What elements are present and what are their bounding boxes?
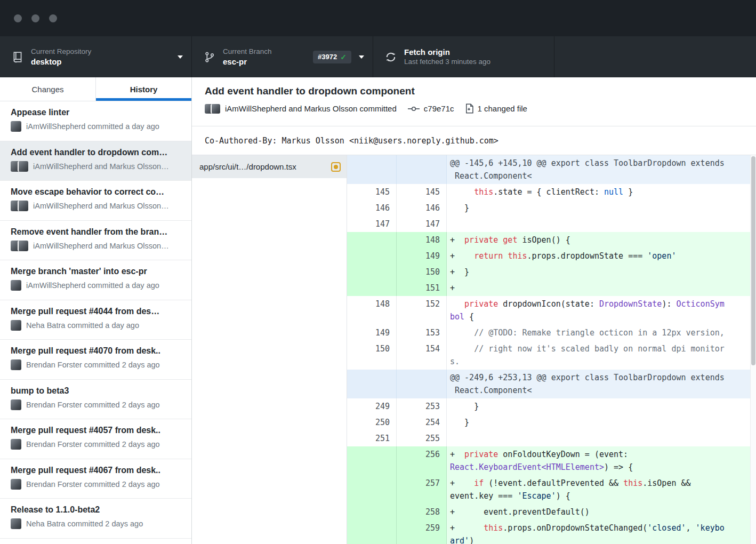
diff-code: this.state = { clientRect: null }: [447, 184, 756, 200]
repository-name: desktop: [31, 57, 91, 67]
old-line-number: [347, 232, 397, 248]
old-line-number: [347, 446, 397, 475]
commit-item-byline: iAmWillShepherd and Markus Olsson…: [11, 241, 184, 251]
commit-item-byline: Brendan Forster committed 2 days ago: [11, 399, 184, 410]
new-line-number: 253: [397, 398, 447, 414]
sidebar-tabs: Changes History: [0, 77, 191, 101]
avatar: [11, 280, 21, 291]
diff-code: + if (!event.defaultPrevented && this.is…: [447, 475, 756, 504]
repository-dropdown-button[interactable]: Current Repository desktop: [0, 36, 192, 77]
new-line-number: [397, 370, 447, 398]
commit-item-byline: Neha Batra committed a day ago: [11, 320, 184, 331]
commit-list-item[interactable]: Merge branch 'master' into esc-priAmWill…: [0, 260, 191, 300]
pull-request-badge: #3972 ✓: [313, 51, 351, 63]
ci-check-icon: ✓: [340, 53, 347, 61]
diff-code: + return this.props.dropdownState === 'o…: [447, 248, 756, 264]
diff-view: @@ -145,6 +145,10 @@ export class Toolba…: [347, 155, 756, 544]
diff-added-line: 259+ this.props.onDropdownStateChanged('…: [347, 520, 756, 544]
commit-item-byline: iAmWillShepherd committed a day ago: [11, 280, 184, 291]
new-line-number: 148: [397, 232, 447, 248]
commit-list-item[interactable]: Appease linteriAmWillShepherd committed …: [0, 101, 191, 141]
changed-file-count: 1 changed file: [478, 104, 527, 113]
fetch-title: Fetch origin: [404, 47, 490, 58]
diff-code: private dropdownIcon(state: DropdownStat…: [447, 296, 756, 325]
commit-list-item[interactable]: Add event handler to dropdown com…iAmWil…: [0, 141, 191, 181]
diff-scrollbar-thumb[interactable]: [751, 156, 755, 365]
commit-item-byline: iAmWillShepherd and Markus Olsson…: [11, 201, 184, 211]
diff-context-line: 150154 // right now it's scaled badly on…: [347, 341, 756, 370]
diff-context-line: 251255: [347, 430, 756, 446]
diff-code: [447, 430, 756, 446]
avatar: [11, 518, 21, 529]
commit-list-item[interactable]: bump to beta3Brendan Forster committed 2…: [0, 380, 191, 420]
commit-list-item[interactable]: Remove event handler from the bran…iAmWi…: [0, 221, 191, 261]
branch-name: esc-pr: [223, 57, 272, 67]
sidebar: Changes History Appease linteriAmWillShe…: [0, 77, 192, 544]
commit-item-byline: Brendan Forster committed 2 days ago: [11, 439, 184, 450]
old-line-number: 250: [347, 414, 397, 430]
new-line-number: 146: [397, 200, 447, 216]
commit-list-item[interactable]: Merge pull request #4070 from desk..Bren…: [0, 340, 191, 380]
tab-history[interactable]: History: [95, 77, 191, 101]
commit-list-item[interactable]: Merge pull request #4044 from des…Neha B…: [0, 300, 191, 340]
tab-changes[interactable]: Changes: [0, 77, 95, 101]
old-line-number: [347, 520, 397, 544]
old-line-number: [347, 370, 397, 398]
new-line-number: 258: [397, 504, 447, 520]
old-line-number: [347, 475, 397, 504]
avatar: [11, 399, 21, 410]
new-line-number: 153: [397, 325, 447, 341]
repo-icon: [12, 51, 23, 63]
avatar: [11, 439, 21, 450]
commit-list-item[interactable]: Merge pull request #4057 from desk..Bren…: [0, 419, 191, 459]
file-path: app/src/ui/t…/dropdown.tsx: [199, 162, 326, 171]
commit-sha: c79e71c: [424, 104, 454, 113]
window-close-button[interactable]: [14, 14, 22, 22]
app-toolbar: Current Repository desktop Current Branc…: [0, 36, 756, 77]
commit-item-byline: Brendan Forster committed 2 days ago: [11, 359, 184, 370]
fetch-origin-button[interactable]: Fetch origin Last fetched 3 minutes ago: [373, 36, 554, 77]
diff-hunk-header: @@ -249,6 +253,13 @@ export class Toolba…: [347, 370, 756, 398]
diff-added-line: 150+ }: [347, 264, 756, 280]
commit-item-title: Merge pull request #4057 from desk..: [11, 426, 184, 435]
commit-item-title: bump to beta3: [11, 386, 184, 396]
old-line-number: 145: [347, 184, 397, 200]
commit-list-item[interactable]: Merge pull request #4050 from desk..: [0, 539, 191, 544]
old-line-number: 251: [347, 430, 397, 446]
commit-list-item[interactable]: Merge pull request #4067 from desk..Bren…: [0, 459, 191, 499]
diff-code: }: [447, 200, 756, 216]
diff-context-line: 249253 }: [347, 398, 756, 414]
commit-list-item[interactable]: Move escape behavior to correct co…iAmWi…: [0, 181, 191, 221]
commit-item-title: Merge pull request #4070 from desk..: [11, 346, 184, 356]
commit-item-byline: iAmWillShepherd and Markus Olsson…: [11, 161, 184, 172]
diff-code: @@ -145,6 +145,10 @@ export class Toolba…: [447, 155, 756, 184]
new-line-number: [397, 155, 447, 184]
avatar: [11, 201, 28, 211]
toolbar-spacer: [554, 36, 756, 77]
diff-code: }: [447, 414, 756, 430]
git-commit-icon: [407, 105, 420, 113]
branch-dropdown-button[interactable]: Current Branch esc-pr #3972 ✓: [192, 36, 373, 77]
diff-added-line: 256+ private onFoldoutKeyDown = (event:R…: [347, 446, 756, 475]
diff-scrollbar-track[interactable]: [750, 155, 756, 544]
diff-code: + this.props.onDropdownStateChanged('clo…: [447, 520, 756, 544]
window-minimize-button[interactable]: [31, 14, 39, 22]
diff-code: +: [447, 280, 756, 296]
commit-summary: Add event handler to dropdown component …: [192, 77, 756, 126]
diff-added-line: 151+: [347, 280, 756, 296]
window-titlebar: [0, 0, 756, 36]
old-line-number: 149: [347, 325, 397, 341]
commit-list-item[interactable]: Release to 1.1.0-beta2Neha Batra committ…: [0, 499, 191, 539]
avatar: [11, 359, 21, 370]
diff-context-line: 149153 // @TODO: Remake triangle octicon…: [347, 325, 756, 341]
new-line-number: 145: [397, 184, 447, 200]
diff-code: + private onFoldoutKeyDown = (event:Reac…: [447, 446, 756, 475]
file-list-item[interactable]: app/src/ui/t…/dropdown.tsx: [192, 155, 347, 178]
old-line-number: [347, 280, 397, 296]
window-zoom-button[interactable]: [49, 14, 57, 22]
commit-item-title: Merge pull request #4067 from desk..: [11, 466, 184, 475]
avatar: [11, 320, 21, 331]
new-line-number: 152: [397, 296, 447, 325]
commit-item-title: Merge branch 'master' into esc-pr: [11, 267, 184, 276]
diff-code: [447, 216, 756, 232]
